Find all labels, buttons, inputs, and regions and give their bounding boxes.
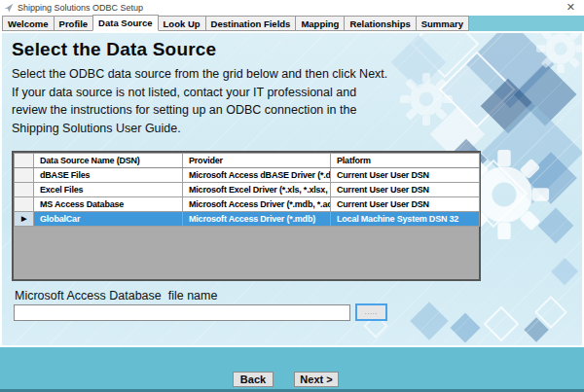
tab-relationships[interactable]: Relationships bbox=[344, 16, 416, 31]
title-bar: Shipping Solutions ODBC Setup ✕ bbox=[0, 0, 584, 15]
tab-summary[interactable]: Summary bbox=[416, 16, 469, 31]
column-header-platform[interactable]: Platform bbox=[331, 154, 480, 168]
tab-strip: Welcome Profile Data Source Look Up Dest… bbox=[0, 15, 584, 31]
row-selector[interactable] bbox=[15, 197, 34, 212]
cell-platform[interactable]: Current User User DSN bbox=[331, 168, 480, 183]
row-selector[interactable] bbox=[15, 168, 34, 183]
cell-platform[interactable]: Current User User DSN bbox=[331, 197, 480, 212]
cell-dsn[interactable]: dBASE Files bbox=[34, 168, 183, 183]
row-selector[interactable] bbox=[15, 183, 34, 197]
cell-provider[interactable]: Microsoft Access Driver (*.mdb) bbox=[183, 212, 331, 227]
instructions-line: review the instructions for setting up a… bbox=[12, 101, 387, 120]
tab-destination-fields[interactable]: Destination Fields bbox=[205, 16, 297, 31]
table-row[interactable]: dBASE Files Microsoft Access dBASE Drive… bbox=[15, 168, 480, 183]
cell-provider[interactable]: Microsoft Access Driver (*.mdb, *.acc... bbox=[183, 197, 331, 212]
row-selector-header bbox=[15, 154, 34, 168]
column-header-dsn[interactable]: Data Source Name (DSN) bbox=[34, 154, 183, 168]
cell-provider[interactable]: Microsoft Excel Driver (*.xls, *.xlsx, *… bbox=[183, 183, 331, 197]
cell-provider[interactable]: Microsoft Access dBASE Driver (*.dbf... bbox=[183, 168, 331, 183]
tab-strip-filler bbox=[469, 16, 584, 31]
cell-dsn[interactable]: Excel Files bbox=[34, 183, 183, 197]
table-row-selected[interactable]: ▶ GlobalCar Microsoft Access Driver (*.m… bbox=[15, 212, 480, 227]
back-button[interactable]: Back bbox=[233, 372, 274, 387]
footer-bar: Back Next > bbox=[0, 347, 584, 392]
gear-icon bbox=[535, 31, 584, 74]
page-title: Select the Data Source bbox=[12, 39, 216, 60]
tab-welcome[interactable]: Welcome bbox=[2, 16, 55, 31]
instructions-line: Shipping Solutions User Guide. bbox=[12, 120, 387, 138]
tab-profile[interactable]: Profile bbox=[54, 16, 94, 31]
cell-dsn[interactable]: GlobalCar bbox=[34, 212, 183, 227]
instructions-text: Select the ODBC data source from the gri… bbox=[12, 65, 387, 137]
odbc-setup-window: Shipping Solutions ODBC Setup ✕ Welcome … bbox=[0, 0, 584, 392]
content-panel: Select the Data Source Select the ODBC d… bbox=[0, 31, 584, 347]
tab-mapping[interactable]: Mapping bbox=[295, 16, 345, 31]
file-name-input[interactable] bbox=[14, 304, 350, 321]
cell-platform[interactable]: Current User User DSN bbox=[331, 183, 480, 197]
cell-platform[interactable]: Local Machine System DSN 32 bbox=[331, 212, 480, 227]
grid-header-row: Data Source Name (DSN) Provider Platform bbox=[15, 154, 480, 168]
cell-dsn[interactable]: MS Access Database bbox=[34, 197, 183, 212]
tab-data-source[interactable]: Data Source bbox=[92, 15, 158, 31]
table-row[interactable]: Excel Files Microsoft Excel Driver (*.xl… bbox=[15, 183, 480, 197]
window-title: Shipping Solutions ODBC Setup bbox=[18, 3, 143, 13]
instructions-line: Select the ODBC data source from the gri… bbox=[12, 65, 387, 84]
next-button[interactable]: Next > bbox=[294, 372, 339, 387]
tab-look-up[interactable]: Look Up bbox=[158, 16, 206, 31]
instructions-line: If your data source is not listed, conta… bbox=[12, 84, 387, 102]
close-icon[interactable]: ✕ bbox=[566, 0, 575, 14]
table-row[interactable]: MS Access Database Microsoft Access Driv… bbox=[15, 197, 480, 212]
column-header-provider[interactable]: Provider bbox=[183, 154, 331, 168]
file-name-label: Microsoft Access Database file name bbox=[15, 289, 217, 303]
selected-row-marker-icon[interactable]: ▶ bbox=[15, 212, 34, 227]
app-icon bbox=[4, 3, 14, 13]
data-source-grid: Data Source Name (DSN) Provider Platform… bbox=[12, 151, 481, 281]
browse-button[interactable]: ..... bbox=[355, 303, 387, 321]
gear-icon bbox=[399, 72, 454, 126]
